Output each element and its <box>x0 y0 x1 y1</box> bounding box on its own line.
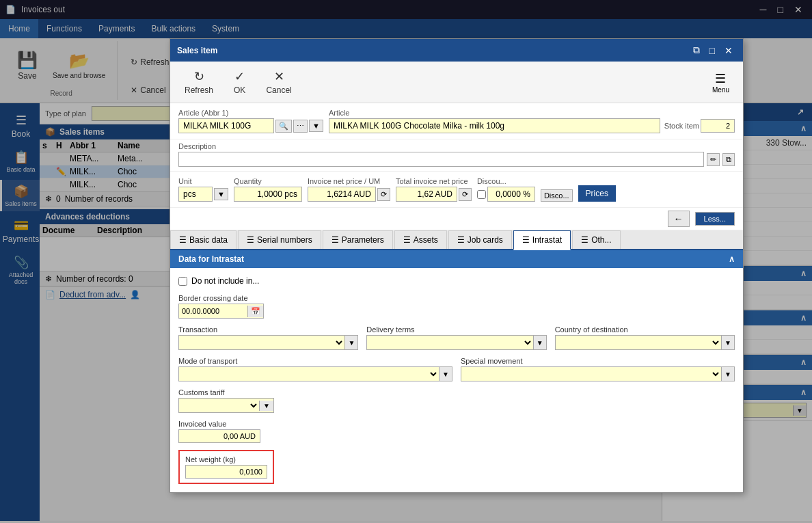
invoiced-value-input[interactable] <box>178 429 260 443</box>
dialog-titlebar: Sales item ⧉ □ ✕ <box>170 39 743 62</box>
description-copy-btn[interactable]: ⧉ <box>722 153 735 166</box>
net-weight-input[interactable] <box>185 465 267 479</box>
border-crossing-date-label: Border crossing date <box>178 294 264 302</box>
customs-tariff-row: Customs tariff ▼ <box>178 388 735 413</box>
tab-basic-data-icon: ☰ <box>179 235 187 245</box>
unit-input[interactable] <box>178 187 213 202</box>
tab-other[interactable]: ☰ Oth... <box>572 230 620 249</box>
dialog-cancel-icon: ✕ <box>274 69 284 84</box>
discount-checkbox[interactable] <box>477 190 486 199</box>
do-not-include-label: Do not include in... <box>191 276 259 286</box>
disco-button[interactable]: Disco... <box>541 189 573 202</box>
article-input-row: Stock item <box>329 118 735 133</box>
description-row: Description ✏ ⧉ <box>170 139 743 172</box>
article-abbr-dropdown[interactable]: ▼ <box>309 120 323 132</box>
mode-transport-field: Mode of transport ▼ <box>178 357 452 381</box>
dialog-title: Sales item <box>177 46 217 55</box>
dialog-refresh-icon: ↻ <box>194 69 204 84</box>
article-input[interactable] <box>329 118 660 133</box>
prices-button[interactable]: Prices <box>578 185 616 202</box>
mode-transport-select[interactable] <box>179 367 439 381</box>
intrastat-section-header: Data for Intrastat ∧ <box>170 250 743 268</box>
mode-transport-dropdown-btn[interactable]: ▼ <box>439 367 452 381</box>
article-abbr-group: Article (Abbr 1) 🔍 ⋯ ▼ <box>178 109 323 133</box>
invoice-net-price-input[interactable] <box>308 187 376 202</box>
special-movement-label: Special movement <box>461 357 735 365</box>
items-count-input[interactable] <box>701 119 735 133</box>
do-not-include-checkbox[interactable] <box>178 277 187 286</box>
date-calendar-btn[interactable]: 📅 <box>247 306 263 317</box>
delivery-terms-dropdown-btn[interactable]: ▼ <box>533 336 546 349</box>
dialog-restore-button[interactable]: ⧉ <box>690 43 703 57</box>
delivery-terms-select[interactable] <box>367 336 532 349</box>
discount-input[interactable] <box>487 187 535 202</box>
article-row: Article (Abbr 1) 🔍 ⋯ ▼ Article Stock ite… <box>170 103 743 139</box>
tab-job-cards[interactable]: ☰ Job cards <box>448 230 512 249</box>
modal-overlay: Sales item ⧉ □ ✕ ↻ Refresh ✓ OK ✕ Cancel <box>0 0 812 521</box>
tab-other-icon: ☰ <box>581 235 588 245</box>
total-price-btn[interactable]: ⟳ <box>459 188 472 201</box>
country-dropdown-btn[interactable]: ▼ <box>721 336 734 349</box>
article-abbr-search[interactable]: 🔍 <box>275 120 292 133</box>
article-abbr-dots[interactable]: ⋯ <box>293 120 308 133</box>
dialog-cancel-button[interactable]: ✕ Cancel <box>260 66 297 98</box>
intrastat-collapse-icon[interactable]: ∧ <box>729 254 735 264</box>
tabs-bar: ☰ Basic data ☰ Serial numbers ☰ Paramete… <box>170 230 743 250</box>
tab-parameters[interactable]: ☰ Parameters <box>323 230 393 249</box>
tab-intrastat-icon: ☰ <box>522 235 530 245</box>
invoice-price-btn[interactable]: ⟳ <box>377 188 390 201</box>
unit-label: Unit <box>178 177 228 185</box>
quantity-input[interactable] <box>234 187 302 202</box>
dialog-close-button[interactable]: ✕ <box>721 43 736 57</box>
country-field: Country of destination ▼ <box>555 325 735 350</box>
tab-basic-data[interactable]: ☰ Basic data <box>170 230 236 249</box>
dialog-menu-button[interactable]: ☰ Menu <box>707 68 735 96</box>
unit-input-row: ▼ <box>178 187 228 202</box>
transaction-label: Transaction <box>178 325 358 334</box>
customs-tariff-label: Customs tariff <box>178 388 274 397</box>
total-price-group: Total invoice net price ⟳ <box>396 177 472 202</box>
special-movement-field: Special movement ▼ <box>461 357 735 381</box>
customs-tariff-select[interactable] <box>179 399 259 412</box>
quantity-row: Unit ▼ Quantity Invoice net price / UM ⟳ <box>170 172 743 208</box>
arrow-row: ← Less... <box>170 208 743 230</box>
tab-serial-numbers[interactable]: ☰ Serial numbers <box>238 230 321 249</box>
invoice-net-price-row: ⟳ <box>308 187 390 202</box>
transaction-select-wrapper: ▼ <box>178 335 358 350</box>
stock-item-label: Stock item <box>664 122 699 130</box>
country-select-wrapper: ▼ <box>555 335 735 350</box>
tab-assets[interactable]: ☰ Assets <box>394 230 447 249</box>
dialog-refresh-button[interactable]: ↻ Refresh <box>178 66 219 98</box>
tab-intrastat[interactable]: ☰ Intrastat <box>513 230 571 250</box>
arrow-left-button[interactable]: ← <box>668 211 690 227</box>
description-edit-btn[interactable]: ✏ <box>707 153 720 166</box>
tab-parameters-icon: ☰ <box>331 235 339 245</box>
menu-icon: ☰ <box>715 71 726 86</box>
dialog-scroll: Article (Abbr 1) 🔍 ⋯ ▼ Article Stock ite… <box>170 103 743 492</box>
net-weight-label: Net weight (kg) <box>185 455 267 464</box>
total-price-input[interactable] <box>396 187 457 202</box>
transaction-select[interactable] <box>179 336 344 349</box>
dialog-maximize-button[interactable]: □ <box>706 43 718 57</box>
transaction-dropdown-btn[interactable]: ▼ <box>344 336 357 349</box>
customs-tariff-dropdown-btn[interactable]: ▼ <box>259 401 273 411</box>
invoiced-value-label: Invoiced value <box>178 420 735 428</box>
unit-group: Unit ▼ <box>178 177 228 202</box>
special-movement-select[interactable] <box>461 367 721 381</box>
country-select[interactable] <box>556 336 721 349</box>
sales-item-dialog: Sales item ⧉ □ ✕ ↻ Refresh ✓ OK ✕ Cancel <box>170 38 744 493</box>
invoiced-value-row: Invoiced value <box>178 420 735 443</box>
transaction-row: Transaction ▼ Delivery terms ▼ <box>178 325 735 350</box>
discount-row <box>477 187 535 202</box>
article-abbr-input[interactable] <box>178 118 274 133</box>
unit-dropdown[interactable]: ▼ <box>214 188 228 200</box>
dialog-ok-button[interactable]: ✓ OK <box>228 66 252 98</box>
description-input-row: ✏ ⧉ <box>178 152 735 167</box>
special-movement-dropdown-btn[interactable]: ▼ <box>721 367 734 381</box>
dialog-controls: ⧉ □ ✕ <box>690 43 736 57</box>
description-input[interactable] <box>178 152 704 167</box>
less-button[interactable]: Less... <box>695 212 735 226</box>
discount-group: Discou... <box>477 177 535 202</box>
discount-label: Discou... <box>477 177 535 185</box>
border-crossing-date-input[interactable] <box>179 306 247 317</box>
